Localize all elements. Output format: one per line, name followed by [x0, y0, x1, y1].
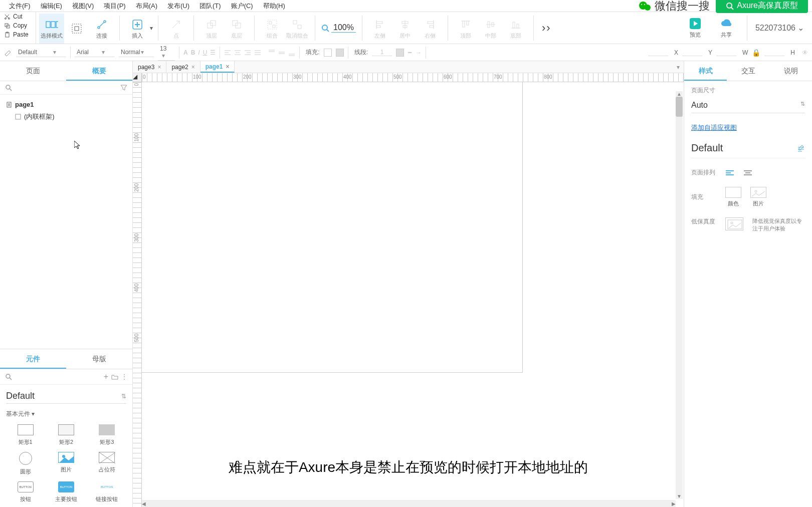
page-tab-page1[interactable]: page1× — [200, 61, 235, 73]
axure-template-button[interactable]: Axure高保真原型 — [716, 0, 808, 13]
align-center-text-icon[interactable] — [234, 49, 241, 56]
category-basic[interactable]: 基本元件 ▾ — [0, 408, 132, 420]
menu-account[interactable]: 账户(C) — [226, 2, 258, 11]
copy-button[interactable]: Copy — [0, 21, 36, 30]
select-contained-button[interactable] — [64, 14, 89, 44]
edit-style-icon[interactable] — [797, 144, 805, 152]
arrow-icon[interactable]: → — [416, 49, 422, 56]
widget-button[interactable]: BUTTON按钮 — [6, 481, 45, 503]
insert-button[interactable]: 插入 — [125, 14, 150, 44]
select-mode-button[interactable]: 选择模式 — [39, 14, 64, 44]
tab-masters[interactable]: 母版 — [66, 349, 132, 369]
fill-image-button[interactable] — [750, 187, 766, 198]
menu-arrange[interactable]: 布局(A) — [131, 2, 162, 11]
widget-image[interactable]: 图片 — [47, 452, 85, 475]
h-input[interactable] — [764, 49, 784, 56]
scroll-right-arrow[interactable]: ▶ — [672, 501, 676, 506]
paint-icon[interactable] — [4, 49, 12, 57]
x-input[interactable] — [648, 49, 668, 56]
page-align-center-icon[interactable] — [743, 169, 752, 176]
chevron-down-icon[interactable]: ▾ — [150, 25, 153, 32]
menu-publish[interactable]: 发布(U) — [162, 2, 194, 11]
menu-view[interactable]: 视图(V) — [67, 2, 99, 11]
tabs-dropdown[interactable]: ▾ — [673, 64, 684, 71]
tab-pages[interactable]: 页面 — [0, 61, 66, 81]
scrollbar-vertical[interactable]: ▲ ▼ — [676, 91, 683, 499]
lowfi-button[interactable] — [725, 217, 743, 230]
font-select[interactable]: Arial ▾ — [75, 48, 115, 57]
line-color-swatch[interactable] — [396, 49, 404, 57]
adaptive-views-link[interactable]: 添加自适应视图 — [691, 124, 737, 131]
folder-icon[interactable] — [111, 374, 118, 380]
page-size-select[interactable]: Auto⇅ — [691, 98, 805, 113]
w-input[interactable] — [716, 49, 736, 56]
italic-icon[interactable]: I — [198, 49, 199, 56]
menu-team[interactable]: 团队(T) — [194, 2, 226, 11]
ruler-corner[interactable]: ◢ — [133, 73, 142, 82]
menu-edit[interactable]: 编辑(E) — [36, 2, 67, 11]
visibility-icon[interactable]: 👁 — [802, 49, 808, 56]
share-button[interactable]: 共享 — [714, 13, 739, 43]
style-select[interactable]: Default ▾ — [16, 48, 66, 57]
zoom-value[interactable]: 100% — [331, 23, 356, 33]
close-icon[interactable]: × — [157, 64, 161, 71]
widget-rect1[interactable]: 矩形1 — [6, 424, 45, 446]
weight-select[interactable]: Normal ▾ — [119, 48, 154, 57]
fill-color-button[interactable] — [725, 187, 741, 198]
valign-top-icon[interactable] — [268, 49, 275, 56]
ruler-horizontal[interactable]: 0 100 200 300 400 500 600 700 800 — [142, 73, 684, 82]
text-color-icon[interactable]: A — [183, 49, 188, 56]
page-align-left-icon[interactable] — [725, 169, 734, 176]
menu-help[interactable]: 帮助(H) — [258, 2, 290, 11]
more-tools-button[interactable]: ›› — [536, 22, 557, 35]
line-style-icon[interactable]: ━ — [408, 49, 412, 56]
align-justify-text-icon[interactable] — [254, 49, 261, 56]
account-dropdown[interactable]: 522073106⌄ — [755, 23, 804, 33]
y-input[interactable] — [682, 49, 702, 56]
line-width-input[interactable] — [372, 49, 392, 56]
tab-widgets[interactable]: 元件 — [0, 349, 66, 369]
tab-notes[interactable]: 说明 — [769, 61, 812, 81]
close-icon[interactable]: × — [226, 63, 229, 70]
size-select[interactable]: 13 ▾ — [158, 44, 175, 61]
widget-placeholder[interactable]: 占位符 — [88, 452, 126, 475]
scroll-down-arrow[interactable]: ▼ — [676, 493, 683, 499]
scroll-left-arrow[interactable]: ◀ — [142, 501, 146, 506]
page-tab-page3[interactable]: page3× — [133, 61, 166, 73]
more-icon[interactable]: ⋮ — [121, 373, 127, 380]
menu-project[interactable]: 项目(P) — [99, 2, 130, 11]
fill-color-swatch[interactable] — [324, 49, 332, 57]
widget-rect2[interactable]: 矩形2 — [47, 424, 85, 446]
tab-outline[interactable]: 概要 — [66, 61, 132, 81]
widget-rect3[interactable]: 矩形3 — [88, 424, 126, 446]
search-icon[interactable] — [5, 84, 12, 91]
menu-file[interactable]: 文件(F) — [4, 2, 36, 11]
align-right-text-icon[interactable] — [244, 49, 251, 56]
scroll-up-arrow[interactable]: ▲ — [676, 91, 683, 97]
canvas[interactable] — [142, 82, 684, 507]
bold-icon[interactable]: B — [191, 49, 195, 56]
connect-button[interactable]: 连接 — [89, 14, 114, 44]
bullet-icon[interactable]: ☰ — [210, 49, 216, 56]
scrollbar-horizontal[interactable]: ◀ ▶ — [142, 500, 676, 507]
close-icon[interactable]: × — [191, 64, 195, 71]
widget-primary-button[interactable]: BUTTON主要按钮 — [47, 481, 85, 503]
add-icon[interactable]: + — [104, 372, 108, 381]
library-select[interactable]: Default⇅ — [6, 389, 126, 404]
tab-style[interactable]: 样式 — [684, 61, 727, 81]
cut-button[interactable]: Cut — [0, 12, 36, 21]
paste-button[interactable]: Paste — [0, 30, 36, 39]
widget-link-button[interactable]: BUTTON链接按钮 — [88, 481, 126, 503]
lock-icon[interactable]: 🔒 — [752, 49, 760, 57]
valign-bot-icon[interactable] — [288, 49, 295, 56]
search-icon[interactable] — [5, 373, 12, 380]
tree-item-page1[interactable]: page1 — [5, 99, 127, 110]
fill-image-swatch[interactable] — [336, 49, 344, 57]
valign-mid-icon[interactable] — [278, 49, 285, 56]
page-tab-page2[interactable]: page2× — [166, 61, 200, 73]
preview-button[interactable]: 预览 — [683, 13, 708, 43]
underline-icon[interactable]: U — [203, 49, 208, 56]
align-left-text-icon[interactable] — [224, 49, 231, 56]
zoom-control[interactable]: 100% — [317, 23, 360, 33]
widget-circle[interactable]: 圆形 — [6, 452, 45, 475]
